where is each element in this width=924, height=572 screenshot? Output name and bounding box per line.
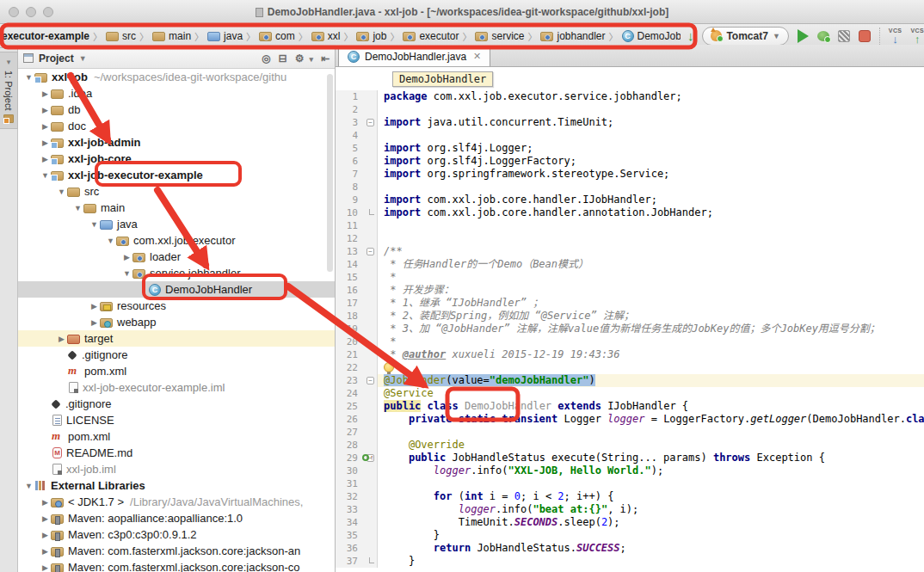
locate-icon[interactable]: ◎ bbox=[262, 52, 270, 65]
fold-marker-icon[interactable] bbox=[369, 209, 374, 215]
code-line-26[interactable]: 26 private static transient Logger logge… bbox=[336, 413, 924, 426]
expand-toggle-icon[interactable]: ▼ bbox=[40, 171, 51, 180]
code-line-5[interactable]: 5import org.slf4j.Logger; bbox=[336, 142, 924, 155]
code-line-17[interactable]: 17 * 1、继承 “IJobHandler” ； bbox=[336, 297, 924, 310]
tree-row-.gitignore[interactable]: .gitignore bbox=[18, 396, 335, 412]
expand-toggle-icon[interactable]: ▶ bbox=[121, 253, 132, 261]
expand-toggle-icon[interactable]: ▶ bbox=[40, 106, 51, 114]
code-line-13[interactable]: 13−/** bbox=[336, 245, 924, 258]
breadcrumb-item-com[interactable]: com bbox=[259, 30, 295, 42]
expand-toggle-icon[interactable]: ▼ bbox=[89, 220, 100, 229]
code-line-14[interactable]: 14 * 任务Handler的一个Demo（Bean模式） bbox=[336, 258, 924, 271]
editor-tab-demojobhandler[interactable]: DemoJobHandler.java ✕ bbox=[338, 46, 490, 66]
coverage-button[interactable] bbox=[838, 30, 850, 42]
code-line-16[interactable]: 16 * 开发步骤： bbox=[336, 284, 924, 297]
tree-row-xxl-job-executor-example[interactable]: ▼xxl-job-executor-example bbox=[18, 167, 335, 183]
code-line-36[interactable]: 36 return JobHandleStatus.SUCCESS; bbox=[336, 542, 924, 555]
expand-toggle-icon[interactable]: ▶ bbox=[40, 563, 51, 572]
code-line-7[interactable]: 7import org.springframework.stereotype.S… bbox=[336, 168, 924, 181]
tree-row-xxl-job-core[interactable]: ▶xxl-job-core bbox=[18, 151, 335, 167]
expand-toggle-icon[interactable]: ▼ bbox=[23, 73, 34, 82]
tree-row-loader[interactable]: ▶loader bbox=[18, 249, 335, 265]
debug-button[interactable] bbox=[817, 31, 829, 41]
breadcrumb-item-java[interactable]: java bbox=[207, 30, 243, 42]
scroll-down-icon[interactable]: ↓ bbox=[687, 29, 694, 42]
breadcrumb-item-main[interactable]: main bbox=[152, 30, 191, 42]
collapse-all-icon[interactable]: ⊟ bbox=[279, 52, 287, 65]
breadcrumb[interactable]: executor-example〉src〉main〉java〉com〉xxl〉j… bbox=[0, 24, 681, 47]
code-line-34[interactable]: 34 TimeUnit.SECONDS.sleep(2); bbox=[336, 516, 924, 529]
tree-row-main[interactable]: ▼main bbox=[18, 200, 335, 216]
tree-row-xxl-job.iml[interactable]: xxl-job.iml bbox=[18, 461, 335, 477]
vcs-update-button[interactable]: VCS↓ bbox=[889, 28, 902, 45]
run-configuration-select[interactable]: Tomcat7 ▼ bbox=[702, 27, 788, 46]
expand-toggle-icon[interactable]: ▼ bbox=[121, 269, 132, 278]
code-line-10[interactable]: 10import com.xxl.job.core.handler.annota… bbox=[336, 206, 924, 219]
breadcrumb-item-jobhandler[interactable]: jobhandler bbox=[540, 30, 605, 42]
code-line-37[interactable]: 37 } bbox=[336, 555, 924, 568]
code-line-4[interactable]: 4 bbox=[336, 129, 924, 142]
tree-row-demojobhandler[interactable]: DemoJobHandler bbox=[18, 281, 335, 298]
expand-toggle-icon[interactable]: ▶ bbox=[40, 89, 51, 98]
code-line-28[interactable]: 28 @Override bbox=[336, 439, 924, 452]
tree-row-xxl-job-admin[interactable]: ▶xxl-job-admin bbox=[18, 134, 335, 151]
hide-panel-icon[interactable]: ⇤ bbox=[321, 52, 330, 65]
code-line-23[interactable]: 23−@JobHander(value="demoJobHandler") bbox=[336, 374, 924, 387]
fold-marker-icon[interactable]: − bbox=[367, 248, 374, 255]
tree-row--jdk1.7-[interactable]: ▶< JDK1.7 >/Library/Java/JavaVirtualMach… bbox=[18, 494, 335, 510]
expand-toggle-icon[interactable]: ▶ bbox=[40, 547, 51, 556]
code-line-2[interactable]: 2 bbox=[336, 103, 924, 116]
expand-toggle-icon[interactable]: ▼ bbox=[105, 237, 116, 245]
code-line-31[interactable]: 31 bbox=[336, 477, 924, 490]
breadcrumb-item-demojobhandler[interactable]: DemoJobHandler bbox=[622, 30, 681, 42]
tree-row-maven-c3p0-c3p0-0.9.1.2[interactable]: ▶Maven: c3p0:c3p0:0.9.1.2 bbox=[18, 526, 335, 543]
class-breadcrumb-chip[interactable]: DemoJobHandler bbox=[392, 71, 493, 87]
breadcrumb-item-executor-example[interactable]: executor-example bbox=[2, 30, 89, 42]
code-line-32[interactable]: 32 for (int i = 0; i < 2; i++) { bbox=[336, 490, 924, 503]
tree-row-target[interactable]: ▶target bbox=[18, 330, 335, 347]
expand-toggle-icon[interactable]: ▶ bbox=[40, 138, 51, 147]
breadcrumb-item-job[interactable]: job bbox=[356, 30, 386, 42]
code-line-35[interactable]: 35 } bbox=[336, 529, 924, 542]
tree-row-readme.md[interactable]: README.md bbox=[18, 445, 335, 461]
code-line-11[interactable]: 11 bbox=[336, 219, 924, 232]
code-line-15[interactable]: 15 * bbox=[336, 271, 924, 284]
code-line-8[interactable]: 8 bbox=[336, 181, 924, 194]
chevron-down-icon[interactable]: ▼ bbox=[79, 54, 87, 63]
code-line-30[interactable]: 30 logger.info("XXL-JOB, Hello World."); bbox=[336, 464, 924, 477]
project-scrollbar[interactable] bbox=[327, 74, 333, 272]
tree-row-.gitignore[interactable]: .gitignore bbox=[18, 347, 335, 363]
expand-toggle-icon[interactable]: ▶ bbox=[89, 302, 100, 311]
run-button[interactable] bbox=[798, 29, 809, 43]
tree-row-license[interactable]: LICENSE bbox=[18, 412, 335, 428]
tree-row-src[interactable]: ▼src bbox=[18, 183, 335, 200]
tree-row-java[interactable]: ▼java bbox=[18, 216, 335, 232]
code-line-25[interactable]: 25public class DemoJobHandler extends IJ… bbox=[336, 400, 924, 413]
code-line-18[interactable]: 18 * 2、装配到Spring，例如加 “@Service” 注解； bbox=[336, 310, 924, 323]
code-line-21[interactable]: 21 * @author xuxueli 2015-12-19 19:43:36 bbox=[336, 348, 924, 361]
code-line-33[interactable]: 33 logger.info("beat at:{}", i); bbox=[336, 503, 924, 516]
gear-icon[interactable]: ⚙▾ bbox=[295, 52, 313, 65]
breadcrumb-item-src[interactable]: src bbox=[106, 30, 136, 42]
code-line-19[interactable]: 19 * 3、加 “@JobHander” 注解，注解value值为新增任务生成… bbox=[336, 323, 924, 335]
code-line-1[interactable]: 1package com.xxl.job.executor.service.jo… bbox=[336, 90, 924, 103]
code-editor[interactable]: 1package com.xxl.job.executor.service.jo… bbox=[336, 90, 924, 572]
close-tab-icon[interactable]: ✕ bbox=[473, 51, 481, 62]
expand-toggle-icon[interactable]: ▼ bbox=[72, 204, 83, 212]
tree-row-maven-aopalliance-aopalliance-1.0[interactable]: ▶Maven: aopalliance:aopalliance:1.0 bbox=[18, 510, 335, 526]
tree-row-maven-com.fasterxml.jackson.core-jackson-co[interactable]: ▶Maven: com.fasterxml.jackson.core:jacks… bbox=[18, 559, 335, 572]
tree-row-pom.xml[interactable]: pom.xml bbox=[18, 363, 335, 379]
tree-row-doc[interactable]: ▶doc bbox=[18, 118, 335, 134]
code-line-29[interactable]: 29− public JobHandleStatus execute(Strin… bbox=[336, 452, 924, 464]
expand-toggle-icon[interactable]: ▶ bbox=[40, 531, 51, 539]
intention-bulb-icon[interactable] bbox=[384, 362, 394, 372]
override-method-icon[interactable] bbox=[362, 454, 369, 461]
code-line-24[interactable]: 24@Service bbox=[336, 387, 924, 400]
code-line-12[interactable]: 12 bbox=[336, 232, 924, 245]
fold-marker-icon[interactable] bbox=[369, 557, 374, 563]
breadcrumb-item-service[interactable]: service bbox=[475, 30, 524, 42]
tree-row-resources[interactable]: ▶resources bbox=[18, 298, 335, 314]
tree-row-db[interactable]: ▶db bbox=[18, 101, 335, 118]
fold-marker-icon[interactable]: − bbox=[367, 119, 374, 126]
expand-toggle-icon[interactable]: ▶ bbox=[56, 335, 67, 343]
